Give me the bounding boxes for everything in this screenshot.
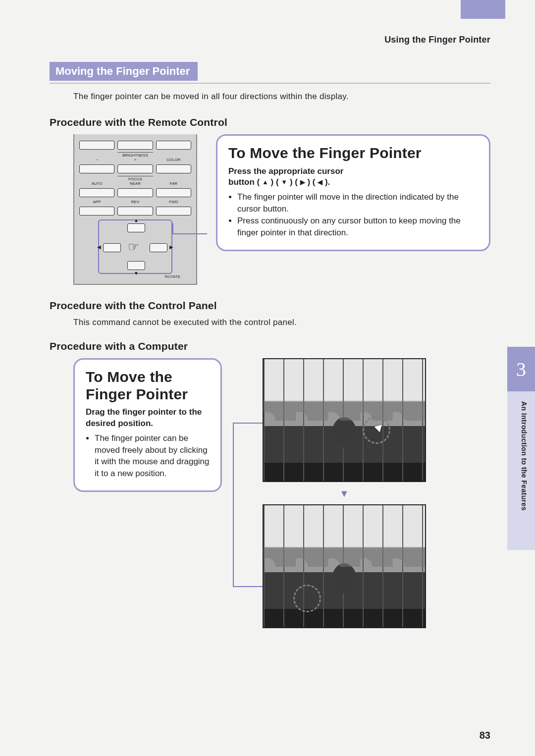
triangle-up-icon: ▲: [134, 217, 139, 223]
section-lead: The finger pointer can be moved in all f…: [73, 92, 490, 102]
label-rotate: ROTATE: [165, 274, 180, 279]
callout-bullet: The finger pointer will move in the dire…: [237, 191, 478, 215]
callout-bullet: The finger pointer can be moved freely a…: [95, 432, 210, 480]
chapter-tab: 3: [507, 347, 535, 391]
section-heading: Moving the Finger Pointer: [50, 62, 490, 81]
breadcrumb: Using the Finger Pointer: [384, 35, 490, 45]
label-brightness: BRIGHTNESS: [117, 152, 153, 158]
pointing-hand-icon: ☞: [128, 239, 139, 255]
label-app: APP: [79, 200, 114, 204]
dpad-up-button: [127, 223, 145, 232]
page-number: 83: [480, 730, 490, 741]
dpad-left-button: [103, 243, 121, 252]
callout-remote: To Move the Finger Pointer Press the app…: [216, 134, 490, 251]
top-edge-tab: [461, 0, 505, 19]
callout-lead: Drag the finger pointer to the desired p…: [86, 407, 210, 430]
callout-title: To Move the Finger Pointer: [228, 145, 478, 162]
dpad-right-button: [150, 243, 167, 252]
highlight-circle-icon: [363, 416, 390, 444]
page-header: Using the Finger Pointer: [50, 35, 490, 45]
subhead-panel: Procedure with the Control Panel: [50, 300, 490, 312]
arrow-buttons-inline: ( ▲ ) ( ▼ ) ( ▶ ) ( ◀ ).: [257, 177, 330, 187]
callout-computer: To Move the Finger Pointer Drag the fing…: [73, 358, 222, 492]
triangle-left-icon: ◀: [97, 244, 101, 250]
subhead-computer: Procedure with a Computer: [50, 340, 490, 352]
label-color: COLOR: [156, 158, 191, 162]
panel-note: This command cannot be executed with the…: [73, 318, 490, 327]
subhead-remote: Procedure with the Remote Control: [50, 116, 490, 128]
label-far: FAR: [156, 181, 191, 186]
label-rev: REV: [117, 200, 153, 204]
label-plus: +: [117, 158, 153, 162]
label-minus: −: [79, 158, 114, 162]
callout-title: To Move the Finger Pointer: [86, 369, 210, 403]
label-near: NEAR: [117, 181, 153, 186]
label-fwd: FWD: [156, 200, 191, 204]
triangle-down-icon: ▼: [281, 178, 287, 187]
down-arrow-icon: ▼: [263, 488, 426, 499]
triangle-right-icon: ▶: [300, 178, 305, 187]
dpad-down-button: [127, 261, 145, 270]
chapter-side-caption: An Introduction to the Features: [520, 401, 528, 511]
dpad-highlight: ▲ ▼ ◀ ▶ ☞: [98, 219, 172, 274]
manual-page: Using the Finger Pointer Moving the Fing…: [0, 0, 535, 756]
chapter-number: 3: [516, 358, 526, 381]
example-photo-before: [263, 358, 426, 482]
example-photo-after: [263, 504, 426, 628]
triangle-left-icon: ◀: [318, 178, 322, 187]
callout-lead: Press the appropriate cursor button ( ▲ …: [228, 166, 478, 189]
triangle-up-icon: ▲: [262, 178, 268, 187]
connector-line: [233, 423, 234, 586]
triangle-down-icon: ▼: [134, 270, 139, 276]
remote-illustration: BRIGHTNESS − + COLOR FOCUS AUTO NEAR FAR: [73, 134, 202, 285]
section-title: Moving the Finger Pointer: [50, 62, 198, 81]
label-auto: AUTO: [79, 181, 114, 186]
connector-line: [233, 423, 263, 424]
label-focus: FOCUS: [117, 176, 153, 181]
connector-line: [172, 223, 217, 253]
highlight-circle-icon: [293, 585, 321, 612]
callout-bullet: Press continuously on any cursor button …: [237, 215, 478, 239]
photo-sequence: ▼: [263, 358, 426, 634]
